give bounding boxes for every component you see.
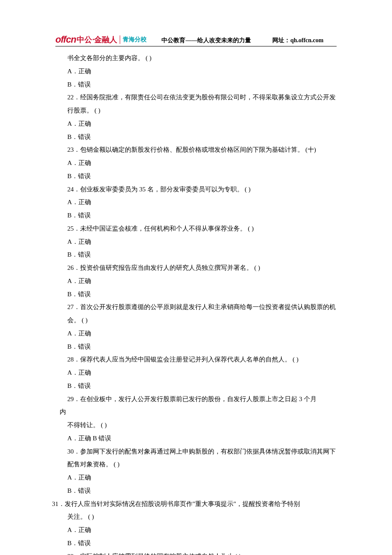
- option-a: A．正确: [67, 235, 337, 249]
- logo-en: offcn: [55, 34, 76, 45]
- option-a: A．正确: [67, 275, 337, 288]
- question-25: 25．未经中国证监会核准，任何机构和个人不得从事保荐业务。 ( ): [67, 222, 337, 235]
- logo-block: offcn 中公·金融人 青海分校: [55, 34, 147, 45]
- question-29-options: A．正确 B 错误: [67, 432, 337, 445]
- question-28: 28．保荐代表人应当为经中国银监会注册登记并列入保荐代表人名单的自然人。 ( ): [67, 353, 337, 366]
- question-22: 22．经国务院批准，有限责任公司在依法变更为股份有限公司时，不得采取募集设立方式…: [67, 91, 337, 117]
- question-32: 32．实际控制人应披露到最终的国有控股主体或自然人为止 ( ): [67, 550, 337, 555]
- option-a: A．正确: [67, 471, 337, 484]
- option-a: A．正确: [67, 117, 337, 130]
- option-a: A．正确: [67, 196, 337, 209]
- question-23: 23．包销金额以确定的新股发行价格、配股价格或增发价格区间的下限为基础计算。 (…: [67, 143, 337, 156]
- option-b: B．错误: [67, 170, 337, 183]
- question-29-part2: 不得转让。 ( ): [67, 419, 337, 432]
- question-24: 24．创业板发审委委员为 35 名，部分发审委委员可以为专职。 ( ): [67, 183, 337, 196]
- logo-divider: [120, 35, 120, 44]
- header-text: 中公教育——给人改变未来的力量 网址：qh.offcn.com: [161, 37, 323, 44]
- page-header: offcn 中公·金融人 青海分校 中公教育——给人改变未来的力量 网址：qh.…: [55, 34, 337, 46]
- option-a: A．正确: [67, 523, 337, 537]
- option-b: B．错误: [67, 209, 337, 222]
- option-b: B．错误: [67, 130, 337, 144]
- option-b: B．错误: [67, 288, 337, 301]
- document-body: 书全文各部分的主要内容。 ( ) A．正确 B．错误 22．经国务院批准，有限责…: [67, 52, 337, 555]
- question-31-part1: 31．发行人应当针对实际情况在招股说明书扉页作"重大事项提示"，提醒投资者给予特…: [52, 497, 337, 511]
- option-a: A．正确: [67, 65, 337, 78]
- logo-cn: 中公·金融人: [77, 35, 117, 45]
- option-b: B．错误: [67, 78, 337, 91]
- option-b: B．错误: [67, 537, 337, 550]
- line-continuation: 书全文各部分的主要内容。 ( ): [67, 52, 337, 65]
- slogan: 中公教育——给人改变未来的力量: [161, 37, 251, 44]
- question-29-part1: 29．在创业板中，发行人公开发行股票前已发行的股份，自发行人股票上市之日起 3 …: [67, 393, 337, 406]
- option-a: A．正确: [67, 156, 337, 170]
- question-27: 27．首次公开发行股票遵循的公平原则就是发行人和主承销商给每一位投资者提供认购股…: [67, 301, 337, 327]
- option-a: A．正确: [67, 366, 337, 379]
- option-b: B．错误: [67, 379, 337, 393]
- logo-branch: 青海分校: [123, 36, 147, 43]
- nei-char: 内: [60, 405, 337, 419]
- option-b: B．错误: [67, 484, 337, 497]
- option-a: A．正确: [67, 327, 337, 340]
- question-26: 26．投资价值研究报告应当由发行人的研究人员独立撰写并署名。 ( ): [67, 261, 337, 275]
- option-b: B．错误: [67, 340, 337, 353]
- question-30: 30．参加网下发行的配售对象再通过网上申购新股的，有权部门依据具体情况暂停或取消…: [67, 445, 337, 471]
- site-url: 网址：qh.offcn.com: [272, 37, 323, 44]
- page-container: offcn 中公·金融人 青海分校 中公教育——给人改变未来的力量 网址：qh.…: [0, 0, 392, 555]
- question-31-part2: 关注。 ( ): [67, 510, 337, 523]
- option-b: B．错误: [67, 248, 337, 261]
